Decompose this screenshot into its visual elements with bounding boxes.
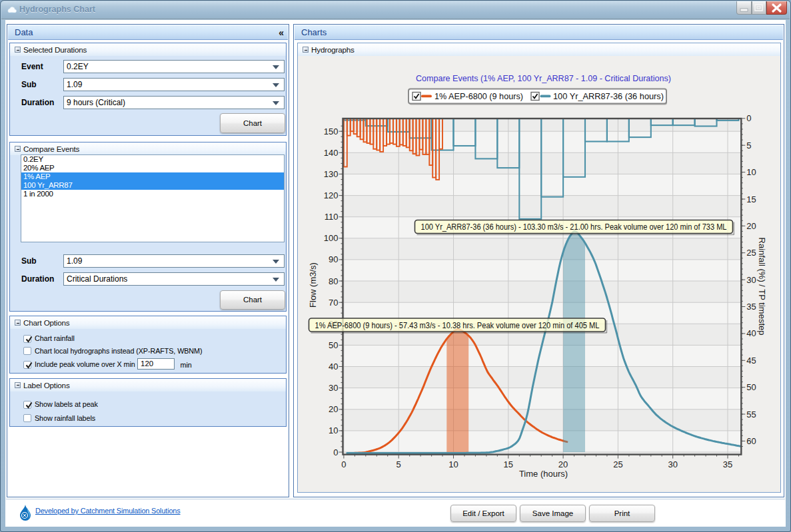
svg-text:Time (hours): Time (hours) xyxy=(519,469,568,479)
svg-text:30: 30 xyxy=(668,459,677,469)
svg-text:25: 25 xyxy=(613,459,622,469)
svg-text:1% AEP-6800 (9 hours) - 57.43: 1% AEP-6800 (9 hours) - 57.43 m3/s - 10.… xyxy=(315,321,600,330)
svg-text:Compare Events (1% AEP, 100 Yr: Compare Events (1% AEP, 100 Yr_ARR87 - 1… xyxy=(416,73,671,83)
svg-text:70: 70 xyxy=(329,298,338,308)
svg-text:0: 0 xyxy=(746,113,751,123)
svg-text:50: 50 xyxy=(329,340,338,350)
svg-text:Rainfall (%) / TP timestep: Rainfall (%) / TP timestep xyxy=(757,238,767,336)
svg-text:20: 20 xyxy=(558,459,568,469)
svg-text:150: 150 xyxy=(324,127,339,136)
svg-text:40: 40 xyxy=(329,362,338,372)
svg-text:100 Yr_ARR87-36 (36 hours) - 1: 100 Yr_ARR87-36 (36 hours) - 103.30 m3/s… xyxy=(421,222,727,232)
svg-text:35: 35 xyxy=(723,459,732,469)
svg-text:5: 5 xyxy=(396,459,401,469)
svg-text:20: 20 xyxy=(329,404,338,414)
svg-text:100: 100 xyxy=(324,233,339,243)
svg-text:90: 90 xyxy=(329,254,338,264)
svg-text:15: 15 xyxy=(746,194,756,204)
svg-text:0: 0 xyxy=(341,459,346,469)
svg-text:45: 45 xyxy=(746,356,756,366)
svg-text:130: 130 xyxy=(324,169,339,179)
svg-text:0: 0 xyxy=(333,447,338,457)
svg-text:80: 80 xyxy=(329,276,338,286)
svg-text:1% AEP-6800 (9 hours): 1% AEP-6800 (9 hours) xyxy=(434,91,523,101)
svg-text:15: 15 xyxy=(504,459,513,469)
svg-text:120: 120 xyxy=(324,190,339,200)
svg-text:100 Yr_ARR87-36 (36 hours): 100 Yr_ARR87-36 (36 hours) xyxy=(553,91,664,101)
svg-text:5: 5 xyxy=(746,140,751,150)
svg-text:50: 50 xyxy=(746,382,756,392)
svg-text:30: 30 xyxy=(746,275,756,285)
svg-text:35: 35 xyxy=(746,302,756,312)
svg-text:25: 25 xyxy=(746,248,756,258)
svg-text:140: 140 xyxy=(324,148,339,158)
svg-text:30: 30 xyxy=(329,383,338,393)
svg-text:Flow (m3/s): Flow (m3/s) xyxy=(308,262,318,308)
svg-text:60: 60 xyxy=(746,436,756,446)
svg-text:10: 10 xyxy=(448,459,458,469)
svg-text:20: 20 xyxy=(746,221,756,231)
svg-text:10: 10 xyxy=(329,425,338,435)
svg-text:110: 110 xyxy=(325,212,339,222)
svg-text:40: 40 xyxy=(746,328,756,338)
svg-text:55: 55 xyxy=(746,409,756,419)
svg-text:10: 10 xyxy=(746,167,756,177)
